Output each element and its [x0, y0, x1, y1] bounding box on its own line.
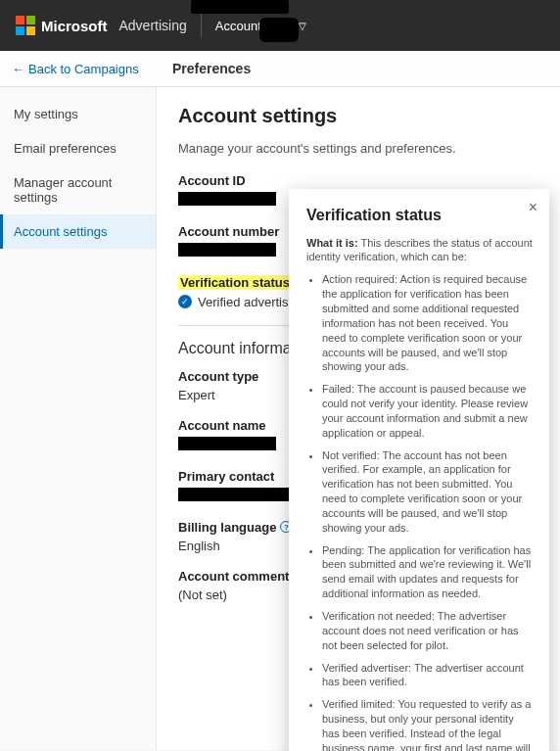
- redacted: [178, 192, 276, 206]
- arrow-left-icon: ←: [12, 62, 24, 76]
- sidebar-item-manager-account-settings[interactable]: Manager account settings: [0, 165, 156, 214]
- tooltip-item: Verified limited: You requested to verif…: [322, 697, 534, 751]
- sidebar: My settings Email preferences Manager ac…: [0, 87, 157, 750]
- microsoft-icon: [16, 16, 35, 35]
- account-switcher-label: Account: [215, 19, 261, 33]
- tooltip-item: Verification not needed: The advertiser …: [322, 609, 534, 653]
- tooltip-item: Action required: Action is required beca…: [322, 272, 534, 374]
- back-to-campaigns-link[interactable]: ← Back to Campaigns: [0, 51, 157, 86]
- sidebar-item-account-settings[interactable]: Account settings: [0, 214, 156, 249]
- redacted: [178, 437, 276, 450]
- brand-text: Microsoft: [41, 18, 108, 34]
- tooltip-list: Action required: Action is required beca…: [306, 272, 534, 751]
- redacted: [259, 18, 299, 42]
- tooltip-intro: What it is: This describes the status of…: [306, 236, 534, 265]
- redacted: [191, 0, 289, 14]
- redacted: [178, 488, 305, 501]
- check-circle-icon: ✓: [178, 295, 192, 308]
- sidebar-item-my-settings[interactable]: My settings: [0, 97, 156, 131]
- tooltip-item: Verified advertiser: The advertiser acco…: [322, 661, 534, 690]
- label-account-id: Account ID: [178, 173, 538, 188]
- verification-status-tooltip: × Verification status What it is: This d…: [289, 189, 549, 751]
- brand-logo: Microsoft Advertising: [16, 16, 187, 35]
- page-title: Account settings: [178, 105, 538, 127]
- page-section-title: Preferences: [157, 51, 266, 86]
- close-icon[interactable]: ×: [529, 199, 537, 216]
- redacted: [178, 243, 276, 257]
- label-billing-language: Billing language: [178, 520, 276, 535]
- label-verification-status: Verification status: [178, 275, 292, 290]
- product-text: Advertising: [119, 18, 187, 33]
- tooltip-item: Not verified: The account has not been v…: [322, 448, 534, 536]
- chevron-down-icon: ▽: [299, 21, 306, 31]
- sidebar-item-email-preferences[interactable]: Email preferences: [0, 131, 156, 165]
- top-bar: Microsoft Advertising Account ▽: [0, 0, 560, 51]
- tooltip-title: Verification status: [306, 205, 534, 226]
- back-link-label: Back to Campaigns: [28, 62, 139, 76]
- sub-header: ← Back to Campaigns Preferences: [0, 51, 560, 87]
- tooltip-item: Pending: The application for verificatio…: [322, 543, 534, 601]
- divider: [201, 13, 202, 38]
- page-lead: Manage your account's settings and prefe…: [178, 141, 538, 156]
- tooltip-item: Failed: The account is paused because we…: [322, 382, 534, 440]
